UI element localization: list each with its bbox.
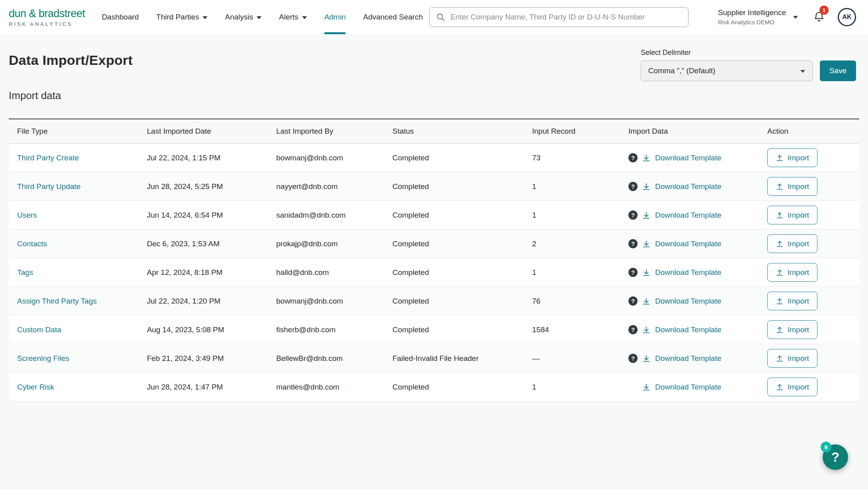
table-row: Third Party Update Jun 28, 2024, 5:25 PM… bbox=[9, 172, 859, 201]
nav-item-admin[interactable]: Admin bbox=[324, 0, 346, 34]
help-icon[interactable]: ? bbox=[628, 354, 638, 363]
import-button-label: Import bbox=[788, 383, 809, 392]
download-icon[interactable] bbox=[642, 154, 651, 162]
last-imported-date: Jul 22, 2024, 1:15 PM bbox=[147, 154, 276, 162]
delimiter-block: Select Delimiter Comma "," (Default) Sav… bbox=[641, 49, 856, 81]
download-template-link[interactable]: Download Template bbox=[655, 297, 722, 306]
help-icon[interactable]: ? bbox=[628, 153, 638, 162]
download-template-link[interactable]: Download Template bbox=[655, 268, 722, 277]
last-imported-by: fisherb@dnb.com bbox=[276, 325, 392, 334]
import-button[interactable]: Import bbox=[767, 263, 817, 282]
input-record: 2 bbox=[532, 240, 628, 248]
import-button[interactable]: Import bbox=[767, 320, 817, 339]
last-imported-date: Jun 28, 2024, 1:47 PM bbox=[147, 383, 276, 392]
upload-icon bbox=[776, 326, 784, 334]
file-type-link[interactable]: Custom Data bbox=[17, 325, 61, 334]
status: Failed-Invalid File Header bbox=[392, 354, 532, 363]
chevron-down-icon bbox=[800, 70, 805, 73]
import-button[interactable]: Import bbox=[767, 177, 817, 196]
upload-icon bbox=[776, 383, 784, 391]
nav-item-label: Dashboard bbox=[102, 13, 139, 21]
download-template-link[interactable]: Download Template bbox=[655, 154, 722, 162]
nav-item-label: Third Parties bbox=[156, 13, 199, 21]
help-icon[interactable]: ? bbox=[628, 182, 638, 191]
download-icon[interactable] bbox=[642, 182, 651, 191]
help-button[interactable]: 9 ? bbox=[823, 444, 848, 470]
last-imported-by: mantles@dnb.com bbox=[276, 383, 392, 392]
table-header-row: File Type Last Imported Date Last Import… bbox=[9, 119, 859, 144]
chevron-down-icon bbox=[302, 16, 307, 19]
nav-item-analysis[interactable]: Analysis bbox=[225, 0, 261, 34]
download-icon[interactable] bbox=[642, 268, 651, 277]
delimiter-select[interactable]: Comma "," (Default) bbox=[641, 60, 813, 81]
file-type-link[interactable]: Contacts bbox=[17, 240, 47, 248]
status: Completed bbox=[392, 182, 532, 191]
nav-item-third-parties[interactable]: Third Parties bbox=[156, 0, 208, 34]
download-icon[interactable] bbox=[642, 297, 651, 306]
download-icon[interactable] bbox=[642, 240, 651, 248]
upload-icon bbox=[776, 183, 784, 191]
download-template-link[interactable]: Download Template bbox=[655, 240, 722, 248]
delimiter-selected-value: Comma "," (Default) bbox=[648, 66, 716, 75]
import-button[interactable]: Import bbox=[767, 349, 817, 368]
last-imported-by: prokajp@dnb.com bbox=[276, 240, 392, 248]
file-type-link[interactable]: Assign Third Party Tags bbox=[17, 297, 97, 305]
help-icon[interactable]: ? bbox=[628, 325, 638, 334]
last-imported-date: Dec 6, 2023, 1:53 AM bbox=[147, 240, 276, 248]
help-icon[interactable]: ? bbox=[628, 239, 638, 248]
chevron-down-icon[interactable] bbox=[793, 16, 798, 19]
status: Completed bbox=[392, 211, 532, 220]
help-icon[interactable]: ? bbox=[628, 268, 638, 277]
download-template-link[interactable]: Download Template bbox=[655, 182, 722, 191]
import-button[interactable]: Import bbox=[767, 148, 817, 167]
brand-logo[interactable]: dun & bradstreet RISK ANALYTICS bbox=[9, 0, 85, 34]
delimiter-label: Select Delimiter bbox=[641, 49, 856, 57]
file-type-link[interactable]: Third Party Create bbox=[17, 154, 79, 162]
import-button-label: Import bbox=[788, 268, 809, 277]
import-button[interactable]: Import bbox=[767, 234, 817, 253]
file-type-link[interactable]: Cyber Risk bbox=[17, 383, 54, 391]
import-button[interactable]: Import bbox=[767, 378, 817, 396]
download-template-link[interactable]: Download Template bbox=[655, 383, 722, 392]
column-header-status: Status bbox=[392, 127, 532, 136]
file-type-link[interactable]: Users bbox=[17, 211, 37, 219]
download-icon[interactable] bbox=[642, 325, 651, 334]
chevron-down-icon bbox=[203, 16, 207, 19]
import-button[interactable]: Import bbox=[767, 292, 817, 310]
avatar[interactable]: AK bbox=[838, 8, 856, 26]
help-icon[interactable]: ? bbox=[628, 296, 638, 306]
download-template-link[interactable]: Download Template bbox=[655, 325, 722, 334]
file-type-link[interactable]: Screening Files bbox=[17, 354, 69, 362]
download-icon[interactable] bbox=[642, 383, 651, 392]
nav-item-alerts[interactable]: Alerts bbox=[279, 0, 307, 34]
file-type-link[interactable]: Tags bbox=[17, 268, 33, 277]
file-type-link[interactable]: Third Party Update bbox=[17, 182, 80, 191]
notifications-button[interactable]: 1 bbox=[813, 10, 825, 24]
input-record: — bbox=[532, 354, 628, 363]
import-button[interactable]: Import bbox=[767, 206, 817, 224]
last-imported-by: nayyert@dnb.com bbox=[276, 182, 392, 191]
column-header-import-data: Import Data bbox=[628, 127, 767, 136]
nav-item-advanced-search[interactable]: Advanced Search bbox=[363, 0, 423, 34]
download-icon[interactable] bbox=[642, 211, 651, 220]
download-template-link[interactable]: Download Template bbox=[655, 211, 722, 220]
account-area: Supplier Intelligence Risk Analytics DEM… bbox=[718, 0, 856, 34]
input-record: 76 bbox=[532, 297, 628, 306]
help-icon[interactable]: ? bbox=[628, 210, 638, 220]
import-table: File Type Last Imported Date Last Import… bbox=[9, 119, 859, 401]
last-imported-by: BellewBr@dnb.com bbox=[276, 354, 392, 363]
column-header-input-record: Input Record bbox=[532, 127, 628, 136]
upload-icon bbox=[776, 269, 784, 277]
nav-item-dashboard[interactable]: Dashboard bbox=[102, 0, 139, 34]
nav-item-label: Alerts bbox=[279, 13, 298, 21]
table-row: Screening Files Feb 21, 2024, 3:49 PM Be… bbox=[9, 344, 859, 373]
save-button[interactable]: Save bbox=[820, 60, 856, 81]
download-template-link[interactable]: Download Template bbox=[655, 354, 722, 363]
table-row: Tags Apr 12, 2024, 8:18 PM halld@dnb.com… bbox=[9, 258, 859, 287]
search-icon bbox=[436, 12, 445, 22]
import-button-label: Import bbox=[788, 240, 809, 248]
search-input[interactable] bbox=[429, 7, 689, 27]
last-imported-by: sanidadm@dnb.com bbox=[276, 211, 392, 220]
download-icon[interactable] bbox=[642, 354, 651, 363]
account-switcher[interactable]: Supplier Intelligence Risk Analytics DEM… bbox=[718, 8, 786, 25]
